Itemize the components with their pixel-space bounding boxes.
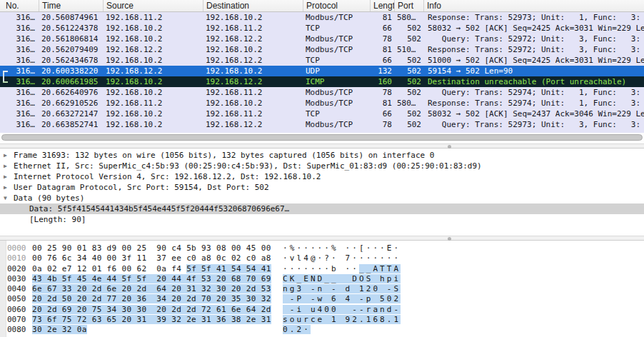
scrollbar-thumb[interactable]: [1, 134, 643, 141]
column-header-length[interactable]: Length: [371, 0, 395, 11]
detail-text: Frame 31693: 132 bytes on wire (1056 bit…: [14, 150, 434, 161]
packet-cell-no: 316…: [0, 12, 39, 23]
hex-ascii[interactable]: ·······b ··__ATTA: [283, 264, 401, 274]
hex-ascii[interactable]: -P -w 6 4 -p 502: [283, 294, 401, 304]
packet-row[interactable]: 316…20.561224378192.168.10.2192.168.11.2…: [0, 23, 644, 34]
related-packet-start-tick: [3, 71, 8, 72]
hex-offset: 0080: [7, 325, 26, 335]
hex-ascii-segment: ng3 -n - d 120 -S: [283, 284, 401, 293]
detail-row[interactable]: ▼Data (90 bytes): [0, 193, 644, 203]
packet-cell-port: 580…: [395, 98, 424, 109]
packet-cell-info: 59154 → 502 Len=90: [424, 66, 644, 76]
packet-cell-length: 81: [371, 44, 395, 55]
hex-row: 003043 4b 5f 45 4e 44 5f 5f 20 44 4f 53 …: [0, 274, 644, 284]
expander-collapsed-icon[interactable]: ▶: [4, 161, 14, 171]
packet-list-header: No.TimeSourceDestinationProtocolLengthPo…: [0, 0, 644, 12]
wireshark-window: No.TimeSourceDestinationProtocolLengthPo…: [0, 0, 644, 337]
hex-ascii[interactable]: 0.2·: [283, 325, 311, 335]
hex-row: 00200a 02 e7 12 01 f6 00 62 0a f4 5f 5f …: [0, 264, 644, 274]
packet-cell-destination: 192.168.10.2: [203, 12, 303, 23]
expander-collapsed-icon[interactable]: ▶: [4, 150, 14, 161]
hex-row: 000000 25 90 01 83 d9 00 25 90 c4 5b 93 …: [0, 243, 644, 253]
detail-row[interactable]: ▶Ethernet II, Src: SuperMic_c4:5b:93 (00…: [0, 161, 644, 171]
packet-cell-port: 502: [395, 119, 424, 130]
hex-offset: 0010: [7, 253, 26, 263]
hex-byte-segment: 20 2d 69 20 75 34 30 30 20 2d 2d 72 61 6…: [32, 305, 271, 314]
hex-row: 00406e 67 33 20 2d 6e 20 2d 64 20 31 32 …: [0, 284, 644, 294]
packet-cell-time: 20.561806814: [39, 34, 104, 44]
hex-row: 007073 6f 75 72 63 65 20 31 39 32 2e 31 …: [0, 315, 644, 325]
packet-cell-info: Destination unreachable (Port unreachabl…: [424, 76, 644, 87]
hex-bytes[interactable]: 00 25 90 01 83 d9 00 25 90 c4 5b 93 08 0…: [32, 243, 271, 253]
packet-cell-time: 20.600338220: [39, 66, 104, 76]
packet-row[interactable]: 316…20.560874961192.168.11.2192.168.10.2…: [0, 12, 644, 23]
hex-ascii[interactable]: ·%·····% ··[···E·: [283, 243, 401, 253]
packet-row[interactable]: 316…20.663272147192.168.10.2192.168.11.2…: [0, 109, 644, 119]
packet-cell-source: 192.168.10.2: [104, 87, 203, 98]
hex-ascii[interactable]: CK_END__ DOS hpi: [283, 274, 401, 284]
column-header-protocol[interactable]: Protocol: [303, 0, 371, 11]
packet-cell-info: Query: Trans: 52974; Unit: 1, Func: 3:: [424, 87, 644, 98]
detail-row[interactable]: ▶User Datagram Protocol, Src Port: 59154…: [0, 182, 644, 193]
hex-bytes[interactable]: 0a 02 e7 12 01 f6 00 62 0a f4 5f 5f 41 5…: [32, 264, 271, 274]
packet-row[interactable]: 316…20.663852741192.168.10.2192.168.12.2…: [0, 119, 644, 130]
packet-cell-info: 58032 → 502 [ACK] Seq=2437 Ack=3046 Win=…: [424, 109, 644, 119]
packet-cell-protocol: TCP: [303, 23, 371, 34]
packet-details-pane: ▶Frame 31693: 132 bytes on wire (1056 bi…: [0, 149, 644, 236]
hex-bytes[interactable]: 20 2d 50 20 2d 77 20 36 34 20 2d 70 20 3…: [32, 294, 271, 304]
detail-row[interactable]: Data: 5f5f41545441434b5f454e445f5f20444f…: [0, 203, 644, 214]
detail-text: Internet Protocol Version 4, Src: 192.16…: [14, 171, 321, 182]
packet-cell-time: 20.600661985: [39, 76, 104, 87]
packet-cell-source: 192.168.10.2: [104, 34, 203, 44]
hex-offset: 0030: [7, 274, 26, 284]
packet-cell-protocol: Modbus/TCP: [303, 87, 371, 98]
hex-ascii[interactable]: source 1 92.168.1: [283, 315, 401, 325]
hex-bytes[interactable]: 73 6f 75 72 63 65 20 31 39 32 2e 31 36 3…: [32, 315, 271, 325]
pane-splitter-top[interactable]: [0, 144, 644, 149]
hex-bytes[interactable]: 30 2e 32 0a: [32, 325, 87, 335]
column-header-port[interactable]: Port: [395, 0, 424, 11]
packet-cell-time: 20.562434678: [39, 55, 104, 66]
packet-cell-destination: 192.168.11.2: [203, 87, 303, 98]
packet-cell-port: 580…: [395, 12, 424, 23]
hex-byte-segment: 73 6f 75 72 63 65 20 31 39 32 2e 31 36 3…: [32, 315, 271, 324]
hex-ascii[interactable]: ·vl4@·?· 7·······: [283, 253, 401, 263]
pane-splitter-bottom[interactable]: [0, 236, 644, 241]
hex-byte-segment: 0a 02 e7 12 01 f6 00 62 0a f4: [32, 264, 186, 273]
packet-cell-length: 66: [371, 55, 395, 66]
column-header-no[interactable]: No.: [0, 0, 39, 11]
packet-cell-length: 66: [371, 23, 395, 34]
packet-cell-no: 316…: [0, 23, 39, 34]
hex-offset: 0000: [7, 243, 26, 253]
detail-row[interactable]: ▶Internet Protocol Version 4, Src: 192.1…: [0, 171, 644, 182]
packet-row[interactable]: 316…20.662640976192.168.10.2192.168.11.2…: [0, 87, 644, 98]
hex-bytes[interactable]: 00 76 6c 34 40 00 3f 11 37 ee c0 a8 0c 0…: [32, 253, 271, 263]
expander-collapsed-icon[interactable]: ▶: [4, 171, 14, 182]
hex-ascii-segment: -P -w 6 4 -p 502: [283, 294, 401, 303]
column-header-time[interactable]: Time: [39, 0, 104, 11]
packet-row[interactable]: 316…20.662910526192.168.11.2192.168.10.2…: [0, 98, 644, 109]
packet-row[interactable]: 316…20.600338220192.168.12.2192.168.10.2…: [0, 66, 644, 76]
packet-row[interactable]: 316…20.562434678192.168.10.2192.168.12.2…: [0, 55, 644, 66]
packet-cell-destination: 192.168.10.2: [203, 66, 303, 76]
detail-row[interactable]: ▶Frame 31693: 132 bytes on wire (1056 bi…: [0, 150, 644, 161]
hex-bytes[interactable]: 6e 67 33 20 2d 6e 20 2d 64 20 31 32 30 2…: [32, 284, 271, 294]
expander-collapsed-icon[interactable]: ▶: [4, 182, 14, 193]
packet-row[interactable]: 316…20.561806814192.168.10.2192.168.12.2…: [0, 34, 644, 44]
horizontal-scrollbar[interactable]: [0, 133, 644, 144]
expander-expanded-icon[interactable]: ▼: [4, 193, 14, 203]
packet-row[interactable]: 316…20.600661985192.168.10.2192.168.12.2…: [0, 76, 644, 87]
packet-cell-source: 192.168.12.2: [104, 44, 203, 55]
hex-bytes[interactable]: 20 2d 69 20 75 34 30 30 20 2d 2d 72 61 6…: [32, 305, 271, 315]
packet-cell-source: 192.168.12.2: [104, 66, 203, 76]
detail-row[interactable]: [Length: 90]: [0, 214, 644, 225]
packet-cell-port: 502: [395, 23, 424, 34]
column-header-info[interactable]: Info: [424, 0, 644, 11]
packet-cell-protocol: Modbus/TCP: [303, 119, 371, 130]
hex-ascii[interactable]: -i u400 --rand-: [283, 305, 401, 315]
hex-ascii[interactable]: ng3 -n - d 120 -S: [283, 284, 401, 294]
column-header-destination[interactable]: Destination: [203, 0, 303, 11]
packet-row[interactable]: 316…20.562079409192.168.12.2192.168.10.2…: [0, 44, 644, 55]
hex-bytes[interactable]: 43 4b 5f 45 4e 44 5f 5f 20 44 4f 53 20 6…: [32, 274, 271, 284]
column-header-source[interactable]: Source: [104, 0, 203, 11]
